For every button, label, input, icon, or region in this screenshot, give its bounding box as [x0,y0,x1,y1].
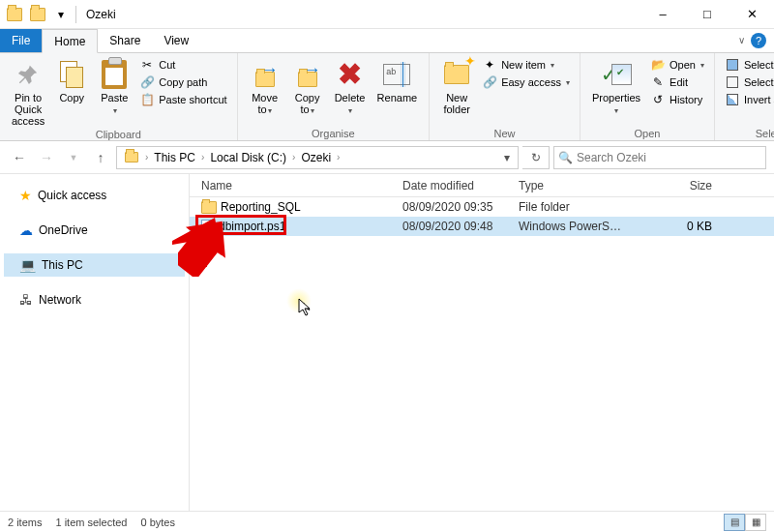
col-name[interactable]: Name [190,179,402,192]
pin-quickaccess-button[interactable]: Pin to Quick access [6,55,50,127]
ribbon: Pin to Quick access Copy Paste ▾ ✂Cut 🔗C… [0,52,774,141]
group-new-label: New [435,126,574,140]
select-all-icon [725,57,740,73]
new-item-button[interactable]: ✦New item ▾ [482,57,570,73]
file-date: 08/09/2020 09:48 [402,220,519,233]
history-button[interactable]: ↺History [650,92,704,107]
pin-icon [13,59,44,90]
move-icon: → [250,59,281,90]
crumb-localdisk[interactable]: Local Disk (C:) [207,151,289,164]
group-clipboard-label: Clipboard [6,127,231,141]
sidebar-item-onedrive[interactable]: ☁OneDrive [4,219,185,242]
group-organise-label: Organise [244,126,424,140]
copy-label: Copy [59,92,84,103]
column-headers[interactable]: Name Date modified Type Size [190,174,774,197]
copy-to-button[interactable]: → Copy to▾ [286,55,329,117]
select-all-button[interactable]: Select all [725,57,774,73]
qat-new-folder-icon[interactable] [27,4,48,25]
help-icon[interactable]: ? [751,33,766,48]
copy-path-button[interactable]: 🔗Copy path [139,74,226,90]
annotation-cursor-icon [298,298,313,317]
copy-to-icon: → [292,59,323,90]
file-size: 0 KB [644,220,722,233]
up-button[interactable]: ↑ [89,146,112,169]
star-icon: ★ [19,188,32,203]
back-button[interactable]: ← [8,146,31,169]
ribbon-collapse-icon[interactable]: ∨ [738,35,745,45]
sidebar-item-network[interactable]: 🖧Network [4,288,185,311]
view-details-button[interactable]: ▤ [724,514,745,531]
address-bar[interactable]: › This PC › Local Disk (C:) › Ozeki › ▾ [116,146,519,169]
cut-button[interactable]: ✂Cut [139,57,226,73]
group-organise: → Move to▾ → Copy to▾ ✖ Delete ▾ Rename … [238,53,431,140]
maximize-button[interactable]: □ [685,0,729,29]
tab-share[interactable]: Share [98,29,152,52]
select-none-button[interactable]: Select none [725,74,774,90]
rename-label: Rename [377,92,418,103]
open-button[interactable]: 📂Open ▾ [650,57,704,73]
invert-selection-button[interactable]: Invert selection [725,92,774,107]
status-selected-count: 1 item selected [55,517,127,528]
sidebar-item-thispc[interactable]: 💻This PC [4,253,185,277]
tab-home[interactable]: Home [42,29,98,53]
col-date[interactable]: Date modified [402,179,519,192]
cloud-icon: ☁ [19,222,33,238]
pin-label: Pin to Quick access [12,92,45,127]
copy-button[interactable]: Copy [50,55,93,103]
properties-label: Properties▾ [592,92,640,117]
move-to-button[interactable]: → Move to▾ [244,55,286,117]
file-name: Reporting_SQL [221,200,301,214]
tab-view[interactable]: View [152,29,200,52]
folder-icon [201,201,217,214]
table-row[interactable]: dbimport.ps108/09/2020 09:48Windows Powe… [190,217,774,236]
close-button[interactable]: ✕ [729,0,774,29]
navbar: ← → ▼ ↑ › This PC › Local Disk (C:) › Oz… [0,141,774,174]
new-item-icon: ✦ [482,57,497,73]
easy-access-icon: 🔗 [482,74,497,90]
chevron-right-icon[interactable]: › [291,152,296,163]
status-item-count: 2 items [8,517,42,528]
properties-button[interactable]: ✓ Properties▾ [586,55,646,117]
sidebar: ★Quick access ☁OneDrive 💻This PC 🖧Networ… [0,174,190,522]
group-new: ✦ New folder ✦New item ▾ 🔗Easy access ▾ … [430,53,580,140]
recent-dropdown[interactable]: ▼ [62,146,85,169]
paste-button[interactable]: Paste ▾ [93,55,135,117]
paste-shortcut-button[interactable]: 📋Paste shortcut [139,92,226,107]
sidebar-item-quickaccess[interactable]: ★Quick access [4,184,185,207]
chevron-right-icon[interactable]: › [336,152,341,163]
group-open: ✓ Properties▾ 📂Open ▾ ✎Edit ↺History Ope… [580,53,715,140]
crumb-thispc[interactable]: This PC [151,151,198,164]
group-select-label: Select [721,126,774,140]
copy-to-label: Copy to▾ [295,92,320,117]
table-row[interactable]: Reporting_SQL08/09/2020 09:35File folder [190,197,774,217]
tab-file[interactable]: File [0,29,42,52]
delete-label: Delete ▾ [335,92,366,117]
col-type[interactable]: Type [519,179,644,192]
easy-access-button[interactable]: 🔗Easy access ▾ [482,74,570,90]
main-area: ★Quick access ☁OneDrive 💻This PC 🖧Networ… [0,174,774,522]
col-size[interactable]: Size [644,179,722,192]
chevron-right-icon[interactable]: › [144,152,149,163]
properties-icon: ✓ [601,59,632,90]
file-date: 08/09/2020 09:35 [402,200,519,214]
minimize-button[interactable]: – [640,0,685,29]
file-type: File folder [519,200,644,214]
delete-button[interactable]: ✖ Delete ▾ [329,55,372,117]
forward-button[interactable]: → [35,146,58,169]
view-icons-button[interactable]: ▦ [745,514,766,531]
search-input[interactable]: 🔍 Search Ozeki [553,146,766,169]
file-list[interactable]: Name Date modified Type Size Reporting_S… [190,174,774,522]
search-placeholder: Search Ozeki [577,151,646,164]
copy-icon [56,59,87,90]
edit-button[interactable]: ✎Edit [650,74,704,90]
new-folder-button[interactable]: ✦ New folder [435,55,478,115]
refresh-button[interactable]: ↻ [522,146,550,169]
crumb-ozeki[interactable]: Ozeki [298,151,334,164]
rename-button[interactable]: Rename [372,55,424,103]
qat-dropdown[interactable]: ▾ [50,4,72,25]
invert-icon [725,92,740,107]
open-icon: 📂 [650,57,666,73]
separator [75,6,76,23]
chevron-right-icon[interactable]: › [200,152,205,163]
address-dropdown[interactable]: ▾ [496,147,518,168]
